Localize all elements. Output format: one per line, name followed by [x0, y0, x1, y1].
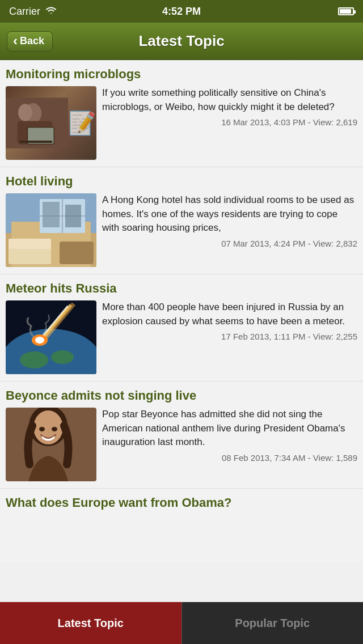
article-description: If you write something politically sensi… — [102, 86, 357, 114]
article-thumbnail — [6, 408, 96, 481]
svg-rect-18 — [43, 202, 60, 227]
svg-rect-6 — [19, 141, 52, 143]
article-thumbnail — [6, 193, 96, 267]
svg-point-23 — [51, 350, 74, 364]
article-title: What does Europe want from Obama? — [6, 495, 357, 510]
article-description: A Hong Kong hotel has sold individual ro… — [102, 193, 357, 235]
svg-point-33 — [39, 427, 45, 431]
article-meta: 17 Feb 2013, 1:11 PM - View: 2,255 — [102, 332, 357, 341]
status-bar-left: Carrier — [9, 6, 57, 18]
article-item[interactable]: Meteor hits Russia — [0, 274, 363, 382]
svg-point-34 — [52, 427, 57, 431]
carrier-label: Carrier — [9, 6, 40, 18]
article-meta: 16 Mar 2013, 4:03 PM - View: 2,619 — [102, 117, 357, 127]
svg-rect-19 — [65, 205, 81, 227]
back-button[interactable]: Back — [7, 31, 53, 52]
article-title: Beyonce admits not singing live — [6, 388, 357, 403]
nav-title: Latest Topic — [138, 32, 224, 50]
tab-latest-label: Latest Topic — [58, 617, 124, 630]
article-body: If you write something politically sensi… — [6, 86, 357, 160]
article-text-block: Pop star Beyonce has admitted she did no… — [102, 408, 357, 481]
thumb-microblogs-icon — [6, 86, 96, 160]
article-body: A Hong Kong hotel has sold individual ro… — [6, 193, 357, 267]
svg-point-22 — [20, 351, 48, 368]
svg-point-3 — [18, 104, 32, 121]
article-item[interactable]: Monitoring microblogs If — [0, 60, 363, 167]
svg-rect-13 — [9, 239, 51, 249]
article-item[interactable]: Beyonce admits not singing live — [0, 382, 363, 489]
article-title: Hotel living — [6, 174, 357, 189]
article-meta: 07 Mar 2013, 4:24 PM - View: 2,832 — [102, 239, 357, 248]
article-title: Meteor hits Russia — [6, 281, 357, 296]
status-bar: Carrier 4:52 PM — [0, 0, 363, 23]
article-description: More than 400 people have been injured i… — [102, 300, 357, 328]
status-time: 4:52 PM — [162, 6, 201, 18]
tab-bar: Latest Topic Popular Topic — [0, 602, 363, 644]
article-body: More than 400 people have been injured i… — [6, 300, 357, 374]
battery-icon — [338, 7, 354, 15]
nav-bar: Back Latest Topic — [0, 23, 363, 60]
article-text-block: More than 400 people have been injured i… — [102, 300, 357, 374]
svg-rect-14 — [60, 242, 94, 264]
svg-point-28 — [35, 337, 44, 344]
wifi-icon — [45, 6, 57, 18]
article-description: Pop star Beyonce has admitted she did no… — [102, 408, 357, 450]
article-thumbnail — [6, 300, 96, 374]
tab-popular-label: Popular Topic — [235, 617, 310, 630]
article-item[interactable]: Hotel living — [0, 167, 363, 274]
article-body: Pop star Beyonce has admitted she did no… — [6, 408, 357, 481]
article-thumbnail — [6, 86, 96, 160]
article-meta: 08 Feb 2013, 7:34 AM - View: 1,589 — [102, 453, 357, 463]
article-text-block: If you write something politically sensi… — [102, 86, 357, 160]
tab-popular[interactable]: Popular Topic — [182, 602, 364, 644]
article-title: Monitoring microblogs — [6, 67, 357, 82]
content-area: Monitoring microblogs If — [0, 60, 363, 562]
article-item-partial[interactable]: What does Europe want from Obama? — [0, 489, 363, 517]
status-bar-right — [338, 7, 354, 15]
tab-latest[interactable]: Latest Topic — [0, 602, 182, 644]
article-text-block: A Hong Kong hotel has sold individual ro… — [102, 193, 357, 267]
